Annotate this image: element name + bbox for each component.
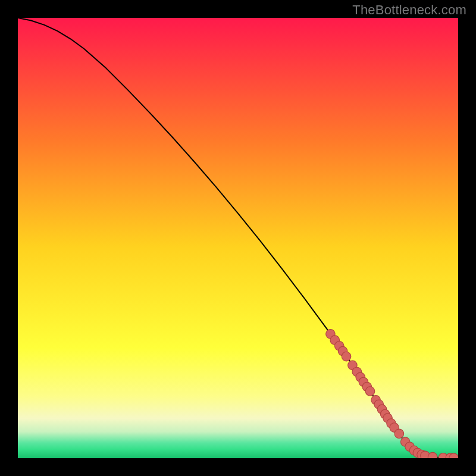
data-marker <box>365 387 375 396</box>
plot-area <box>18 18 458 458</box>
data-marker <box>342 352 351 361</box>
chart-canvas: TheBottleneck.com <box>0 0 476 476</box>
watermark-text: TheBottleneck.com <box>352 2 466 18</box>
gradient-background <box>18 18 458 458</box>
plot-svg <box>18 18 458 458</box>
data-marker <box>394 429 404 439</box>
